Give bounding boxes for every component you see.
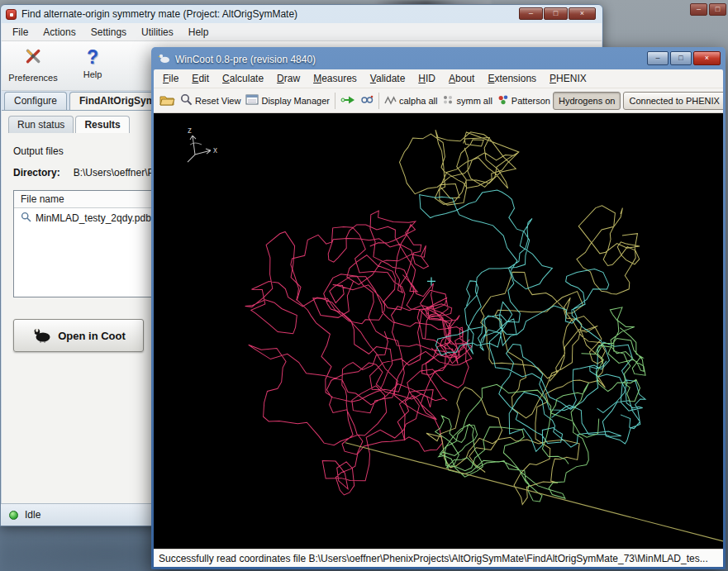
molecule-wireframe: zx <box>154 113 723 549</box>
display-manager-label: Display Manager <box>261 96 330 106</box>
wincoot-statusbar: Successfully read coordinates file B:\Us… <box>154 549 723 567</box>
phenix-window-title: Find alternate-origin symmetry mate (Pro… <box>21 8 297 20</box>
display-manager-icon <box>245 94 259 107</box>
display-manager-button[interactable]: Display Manager <box>243 93 332 108</box>
phenix-menu-item[interactable]: Actions <box>36 23 83 41</box>
preferences-button[interactable]: Preferences <box>3 45 63 83</box>
open-coordinates-button[interactable] <box>157 93 178 109</box>
open-in-coot-label: Open in Coot <box>58 330 126 342</box>
minimize-button[interactable]: – <box>519 7 543 20</box>
wincoot-menu-item[interactable]: Measures <box>307 69 364 88</box>
wincoot-window-title: WinCoot 0.8-pre (revision 4840) <box>175 54 316 65</box>
wincoot-close-button[interactable]: × <box>693 51 721 65</box>
phenix-menu-item[interactable]: Utilities <box>134 23 181 41</box>
toolbar-separator <box>378 93 379 109</box>
reset-view-label: Reset View <box>195 96 240 106</box>
wincoot-menu-item[interactable]: Extensions <box>481 69 543 88</box>
close-button[interactable]: × <box>569 7 596 20</box>
symmetry-icon <box>442 94 454 107</box>
wincoot-menu-item[interactable]: Calculate <box>216 69 270 88</box>
patterson-label: Patterson <box>512 96 550 106</box>
directory-label: Directory: <box>13 167 60 178</box>
preferences-tools-icon <box>22 46 44 71</box>
status-idle-icon <box>9 511 18 520</box>
phenix-menubar: FileActionsSettingsUtilitiesHelp <box>2 23 602 41</box>
svg-text:x: x <box>213 145 217 155</box>
help-question-icon: ? <box>87 46 98 68</box>
go-to-atom-button[interactable] <box>338 93 358 108</box>
background-window-controls: – □ × <box>690 3 728 16</box>
reset-view-button[interactable]: Reset View <box>178 92 243 109</box>
wincoot-menu-item[interactable]: Draw <box>270 69 307 88</box>
svg-text:z: z <box>188 126 192 135</box>
molecule-button[interactable] <box>358 93 376 109</box>
wincoot-titlebar[interactable]: WinCoot 0.8-pre (revision 4840) – □ × <box>154 50 723 69</box>
help-label: Help <box>83 69 102 79</box>
phenix-status-text: Idle <box>25 509 40 521</box>
patterson-icon <box>497 94 509 107</box>
reset-view-magnifier-icon <box>180 93 193 107</box>
tab-run-status[interactable]: Run status <box>8 116 74 133</box>
wincoot-menu-item[interactable]: Validate <box>364 69 412 88</box>
wincoot-window: WinCoot 0.8-pre (revision 4840) – □ × Fi… <box>151 47 726 569</box>
calpha-all-label: calpha all <box>399 96 437 106</box>
wincoot-menu-item[interactable]: About <box>442 69 481 88</box>
tab-configure[interactable]: Configure <box>4 92 67 110</box>
wincoot-menu-item[interactable]: Edit <box>185 69 216 88</box>
wincoot-app-icon <box>158 52 170 67</box>
background-maximize-button[interactable]: □ <box>709 3 726 16</box>
phenix-menu-item[interactable]: Help <box>181 23 216 41</box>
wincoot-toolbar: Reset View Display Manager <box>154 88 723 113</box>
phenix-connection-button[interactable]: Connected to PHENIX <box>623 92 723 110</box>
screen: – □ × Find alternate-origin symmetry mat… <box>0 0 728 571</box>
molecule-icon <box>360 94 374 107</box>
symm-all-label: symm all <box>456 96 492 106</box>
phenix-app-icon <box>6 9 17 20</box>
phenix-menu-item[interactable]: File <box>5 23 36 41</box>
open-in-coot-button[interactable]: Open in Coot <box>13 319 144 352</box>
phenix-subtab-row: Run status Results <box>8 116 131 133</box>
symm-all-button[interactable]: symm all <box>440 93 494 108</box>
wincoot-window-controls: – □ × <box>647 51 721 65</box>
wincoot-menu-item[interactable]: File <box>156 69 185 88</box>
wincoot-menu-item[interactable]: PHENIX <box>543 69 593 88</box>
toolbar-separator <box>335 93 335 109</box>
phenix-window-controls: – □ × <box>519 7 596 20</box>
preferences-label: Preferences <box>8 73 57 83</box>
folder-open-icon <box>159 94 175 107</box>
wincoot-minimize-button[interactable]: – <box>647 51 669 65</box>
phenix-menu-item[interactable]: Settings <box>83 23 134 41</box>
axes-gizmo <box>188 136 211 162</box>
coot-bird-icon <box>31 326 51 345</box>
tab-results[interactable]: Results <box>75 116 129 133</box>
help-button[interactable]: ? Help <box>63 45 122 79</box>
wincoot-status-text: Successfully read coordinates file B:\Us… <box>159 553 708 564</box>
green-arrow-icon <box>340 95 355 107</box>
file-name: MinMLAD_testy_2qdy.pdb <box>36 212 151 224</box>
patterson-button[interactable]: Patterson <box>495 93 553 108</box>
molecular-viewport[interactable]: zx <box>154 113 723 549</box>
magnifier-icon <box>21 212 31 225</box>
calpha-icon <box>384 95 397 107</box>
wincoot-menubar: FileEditCalculateDrawMeasuresValidateHID… <box>154 69 723 88</box>
wincoot-menu-item[interactable]: HID <box>412 69 442 88</box>
hydrogens-toggle-button[interactable]: Hydrogens on <box>553 92 621 110</box>
calpha-all-button[interactable]: calpha all <box>382 93 440 108</box>
background-minimize-button[interactable]: – <box>690 3 707 16</box>
phenix-titlebar[interactable]: Find alternate-origin symmetry mate (Pro… <box>1 5 602 23</box>
wincoot-maximize-button[interactable]: □ <box>670 51 692 65</box>
output-files-label: Output files <box>13 145 64 157</box>
maximize-button[interactable]: □ <box>544 7 568 20</box>
